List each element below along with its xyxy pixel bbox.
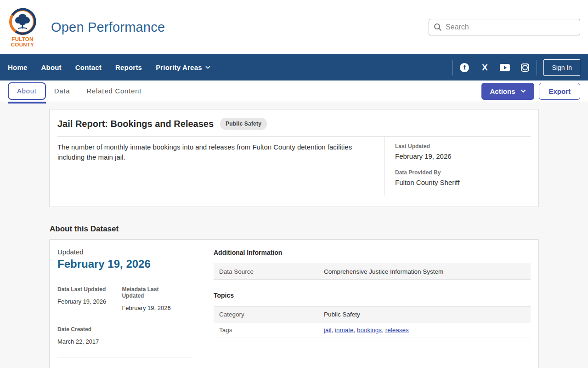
nav-item-priority-areas[interactable]: Priority Areas bbox=[156, 63, 210, 71]
priority-areas-label: Priority Areas bbox=[156, 63, 202, 71]
table-row: Category Public Safety bbox=[214, 307, 531, 322]
tags-label: Tags bbox=[214, 322, 318, 338]
stats-divider bbox=[57, 357, 192, 357]
updated-value: February 19, 2026 bbox=[57, 258, 192, 270]
nav-item-about[interactable]: About bbox=[41, 63, 61, 71]
nav-right: f X Sign In bbox=[446, 59, 580, 76]
provided-by-value: Fulton County Sheriff bbox=[395, 178, 531, 186]
tag-separator: , bbox=[382, 327, 385, 334]
logo-text-line2: COUNTY bbox=[11, 42, 34, 47]
data-last-updated-label: Data Last Updated bbox=[57, 286, 111, 293]
table-row: Tags jail, inmate, bookings, releases bbox=[214, 322, 531, 338]
tag-separator: , bbox=[332, 327, 335, 334]
youtube-icon[interactable] bbox=[500, 63, 510, 73]
about-dataset-card: Updated February 19, 2026 Data Last Upda… bbox=[49, 239, 539, 368]
tab-about[interactable]: About bbox=[8, 82, 46, 100]
search-icon bbox=[434, 23, 442, 31]
last-updated-label: Last Updated bbox=[395, 143, 531, 150]
nav-links: Home About Contact Reports Priority Area… bbox=[8, 63, 210, 71]
data-last-updated-value: February 19, 2026 bbox=[57, 298, 111, 305]
category-value: Public Safety bbox=[318, 307, 531, 322]
search-input[interactable] bbox=[446, 23, 575, 31]
date-created-value: March 22, 2017 bbox=[57, 338, 181, 345]
x-twitter-icon[interactable]: X bbox=[480, 63, 490, 73]
dataset-summary-card: Jail Report: Bookings and Releases Publi… bbox=[49, 109, 539, 207]
category-label: Category bbox=[214, 307, 318, 322]
tag-link[interactable]: bookings bbox=[357, 327, 382, 334]
topics-heading: Topics bbox=[214, 292, 531, 299]
tag-separator: , bbox=[354, 327, 357, 334]
nav-item-home[interactable]: Home bbox=[8, 63, 27, 71]
logo-text-line1: FULTON bbox=[11, 36, 33, 42]
site-header: FULTON COUNTY Open Performance bbox=[0, 0, 588, 54]
fulton-county-logo[interactable]: FULTON COUNTY bbox=[8, 8, 37, 47]
dataset-tabbar: About Data Related Content Actions Expor… bbox=[0, 80, 588, 102]
tag-link[interactable]: inmate bbox=[335, 327, 354, 334]
tab-action-buttons: Actions Export bbox=[481, 83, 580, 100]
nav-divider bbox=[452, 60, 453, 75]
additional-info-column: Additional Information Data Source Compr… bbox=[204, 248, 531, 368]
data-source-label: Data Source bbox=[214, 264, 318, 280]
category-badge[interactable]: Public Safety bbox=[220, 118, 267, 130]
social-links: f X bbox=[459, 63, 530, 73]
tab-related-content[interactable]: Related Content bbox=[79, 83, 150, 99]
date-created-label: Date Created bbox=[57, 326, 181, 333]
page-title: Open Performance bbox=[51, 20, 165, 35]
dataset-meta-panel: Last Updated February 19, 2026 Data Prov… bbox=[384, 137, 531, 196]
search-box[interactable] bbox=[429, 19, 580, 35]
dataset-description: The number of monthly inmate bookings in… bbox=[57, 142, 361, 162]
additional-info-table: Data Source Comprehensive Justice Inform… bbox=[214, 264, 531, 280]
table-row: Data Source Comprehensive Justice Inform… bbox=[214, 264, 531, 280]
instagram-icon[interactable] bbox=[520, 63, 530, 73]
dataset-title: Jail Report: Bookings and Releases bbox=[57, 119, 214, 129]
main-navbar: Home About Contact Reports Priority Area… bbox=[0, 54, 588, 80]
page-content: Jail Report: Bookings and Releases Publi… bbox=[0, 102, 588, 368]
topics-table: Category Public Safety Tags jail, inmate… bbox=[214, 306, 531, 338]
export-button[interactable]: Export bbox=[539, 83, 580, 100]
nav-item-reports[interactable]: Reports bbox=[115, 63, 142, 71]
tag-link[interactable]: releases bbox=[385, 327, 409, 334]
sign-in-button[interactable]: Sign In bbox=[543, 59, 580, 76]
updated-label: Updated bbox=[57, 248, 192, 256]
nav-item-contact[interactable]: Contact bbox=[75, 63, 102, 71]
fulton-county-logo-icon bbox=[8, 8, 37, 36]
about-dataset-heading: About this Dataset bbox=[50, 224, 539, 234]
actions-button[interactable]: Actions bbox=[481, 83, 534, 100]
additional-info-heading: Additional Information bbox=[214, 249, 531, 256]
chevron-down-icon bbox=[205, 66, 210, 69]
facebook-icon[interactable]: f bbox=[459, 63, 469, 73]
chevron-down-icon bbox=[520, 89, 526, 93]
tag-link[interactable]: jail bbox=[324, 327, 332, 334]
tab-data[interactable]: Data bbox=[46, 83, 79, 99]
dataset-dates-column: Updated February 19, 2026 Data Last Upda… bbox=[57, 248, 204, 368]
provided-by-label: Data Provided By bbox=[395, 169, 531, 176]
nav-divider bbox=[537, 60, 537, 75]
actions-label: Actions bbox=[490, 87, 515, 95]
metadata-last-updated-label: Metadata Last Updated bbox=[122, 286, 181, 299]
data-source-value: Comprehensive Justice Information System bbox=[318, 264, 531, 280]
tags-value: jail, inmate, bookings, releases bbox=[318, 322, 531, 338]
dataset-title-row: Jail Report: Bookings and Releases Publi… bbox=[57, 118, 531, 137]
metadata-last-updated-value: February 19, 2026 bbox=[122, 305, 181, 311]
last-updated-value: February 19, 2026 bbox=[395, 152, 531, 160]
